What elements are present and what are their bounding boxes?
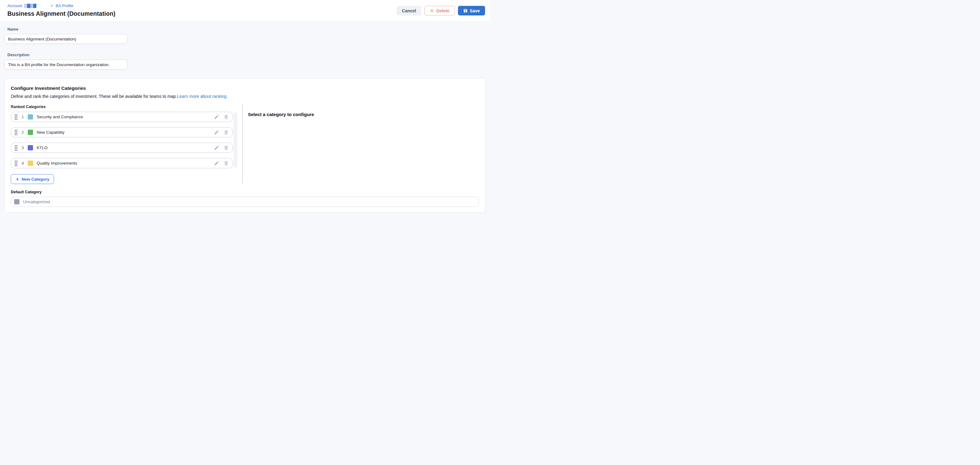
breadcrumb-account-link[interactable]: Account: <box>7 3 23 8</box>
default-category-color-swatch <box>14 199 19 205</box>
name-input[interactable] <box>4 34 128 44</box>
category-row-actions <box>214 161 229 166</box>
category-row-actions <box>214 114 229 120</box>
description-input[interactable] <box>4 59 128 69</box>
category-row-actions <box>214 130 229 135</box>
category-color-swatch <box>28 130 33 135</box>
ranked-categories-list-wrap: 1 Security and Compliance 2 <box>11 112 237 168</box>
category-rank: 3 <box>21 145 25 150</box>
page-header: Account: BA Profile Business Alignment (… <box>0 0 490 22</box>
card-subtitle: Define and rank the categories of invest… <box>11 94 479 99</box>
save-icon <box>463 8 468 13</box>
chevron-right-icon <box>50 4 54 8</box>
ranked-categories-list: 1 Security and Compliance 2 <box>11 112 233 168</box>
empty-state-text: Select a category to configure <box>248 112 479 117</box>
drag-handle-icon[interactable] <box>15 145 17 151</box>
delete-trash-icon[interactable] <box>224 130 229 135</box>
description-label: Description <box>4 53 485 57</box>
default-category-label: Default Category <box>11 190 479 194</box>
category-name: Security and Compliance <box>37 115 83 119</box>
investment-categories-card: Configure Investment Categories Define a… <box>4 78 485 213</box>
name-label: Name <box>4 27 485 32</box>
category-row[interactable]: 1 Security and Compliance <box>11 112 233 122</box>
category-name: Quality Improvements <box>37 161 77 166</box>
category-rank: 4 <box>21 161 25 166</box>
description-field-block: Description <box>4 53 485 69</box>
account-name-redacted <box>24 4 37 8</box>
edit-pencil-icon[interactable] <box>214 114 219 120</box>
delete-trash-icon[interactable] <box>224 145 229 150</box>
category-color-swatch <box>28 161 33 166</box>
category-config-panel: Select a category to configure <box>242 105 479 184</box>
edit-pencil-icon[interactable] <box>214 161 219 166</box>
category-row-actions <box>214 145 229 150</box>
default-category-name: Uncategorized <box>23 200 50 204</box>
plus-icon <box>16 177 19 181</box>
learn-more-link[interactable]: Learn more about ranking <box>177 94 226 99</box>
edit-pencil-icon[interactable] <box>214 130 219 135</box>
category-color-swatch <box>28 114 33 120</box>
list-scrollbar[interactable] <box>234 112 237 168</box>
delete-trash-icon[interactable] <box>224 114 229 120</box>
delete-trash-icon[interactable] <box>224 161 229 166</box>
category-rank: 2 <box>21 130 25 134</box>
header-actions: Cancel Delete Save <box>396 6 485 16</box>
close-icon <box>430 9 434 13</box>
name-field-block: Name <box>4 27 485 44</box>
default-category-row[interactable]: Uncategorized <box>11 197 479 207</box>
new-category-button-label: New Category <box>22 177 49 182</box>
edit-pencil-icon[interactable] <box>214 145 219 150</box>
save-button[interactable]: Save <box>458 6 485 16</box>
drag-handle-icon[interactable] <box>15 114 17 120</box>
category-row[interactable]: 3 KTLO <box>11 143 233 153</box>
category-row[interactable]: 2 New Capability <box>11 127 233 137</box>
save-button-label: Save <box>470 8 480 13</box>
card-subtitle-text: Define and rank the categories of invest… <box>11 94 177 99</box>
ranked-categories-label: Ranked Categories <box>11 105 237 109</box>
category-name: New Capability <box>37 130 64 134</box>
new-category-button[interactable]: New Category <box>11 174 54 184</box>
cancel-button[interactable]: Cancel <box>396 6 421 16</box>
delete-button-label: Delete <box>436 8 449 13</box>
drag-handle-icon[interactable] <box>15 130 17 135</box>
drag-handle-icon[interactable] <box>15 161 17 166</box>
category-name: KTLO <box>37 145 48 150</box>
ranked-categories-column: Ranked Categories 1 Security and Complia… <box>11 105 237 184</box>
category-rank: 1 <box>21 115 25 119</box>
default-category-block: Default Category Uncategorized <box>11 190 479 207</box>
card-title: Configure Investment Categories <box>11 86 479 91</box>
delete-button[interactable]: Delete <box>424 6 455 16</box>
categories-columns: Ranked Categories 1 Security and Complia… <box>11 105 479 184</box>
main-content: Name Description Configure Investment Ca… <box>0 22 490 213</box>
category-color-swatch <box>28 145 33 150</box>
breadcrumb-ba-profile-link[interactable]: BA Profile <box>56 3 73 8</box>
category-row[interactable]: 4 Quality Improvements <box>11 158 233 168</box>
